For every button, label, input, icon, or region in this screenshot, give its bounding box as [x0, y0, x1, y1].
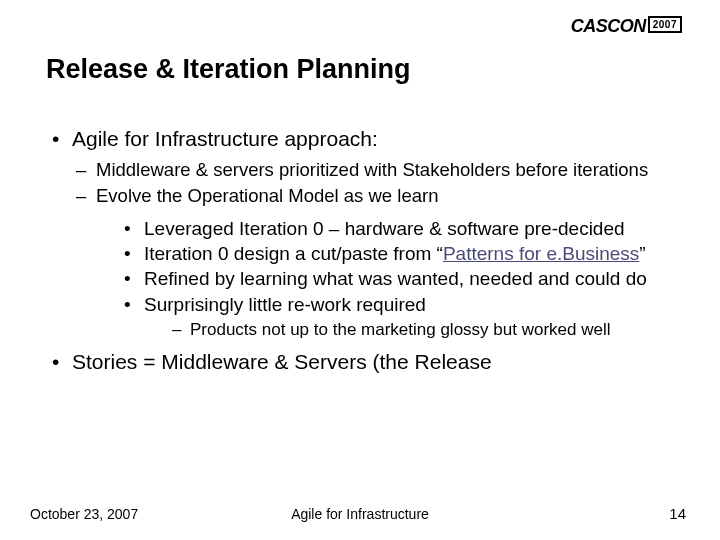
bullet-text: Products not up to the marketing glossy …	[190, 320, 611, 339]
list-item: Surprisingly little re-work required Pro…	[124, 293, 680, 341]
bullet-text: Refined by learning what was wanted, nee…	[144, 268, 647, 289]
bullet-text: ”	[639, 243, 645, 264]
list-item: Agile for Infrastructure approach: Middl…	[52, 127, 680, 340]
footer-title: Agile for Infrastructure	[0, 506, 720, 522]
bullet-list: Agile for Infrastructure approach: Middl…	[46, 127, 680, 374]
link-patterns-ebusiness[interactable]: Patterns for e.Business	[443, 243, 639, 264]
bullet-text: Iteration 0 design a cut/paste from “	[144, 243, 443, 264]
bullet-text: Leveraged Iteration 0 – hardware & softw…	[144, 218, 625, 239]
slide-title: Release & Iteration Planning	[46, 54, 680, 85]
list-item: Stories = Middleware & Servers (the Rele…	[52, 350, 680, 374]
page-number: 14	[669, 505, 686, 522]
logo-year: 2007	[648, 16, 682, 33]
list-item: Iteration 0 design a cut/paste from “Pat…	[124, 242, 680, 265]
bullet-text: Middleware & servers prioritized with St…	[96, 159, 648, 180]
bullet-text: Evolve the Operational Model as we learn	[96, 185, 438, 206]
list-item: Products not up to the marketing glossy …	[172, 320, 680, 340]
list-item: Refined by learning what was wanted, nee…	[124, 267, 680, 290]
conference-logo: CASCON2007	[571, 16, 682, 37]
list-item: Evolve the Operational Model as we learn…	[76, 185, 680, 341]
bullet-text: Stories = Middleware & Servers (the Rele…	[72, 350, 492, 373]
bullet-text: Agile for Infrastructure approach:	[72, 127, 378, 150]
list-item: Leveraged Iteration 0 – hardware & softw…	[124, 217, 680, 240]
logo-brand: CASCON	[571, 16, 646, 37]
slide-content: Release & Iteration Planning Agile for I…	[0, 0, 720, 374]
bullet-text: Surprisingly little re-work required	[144, 294, 426, 315]
list-item: Middleware & servers prioritized with St…	[76, 159, 680, 182]
